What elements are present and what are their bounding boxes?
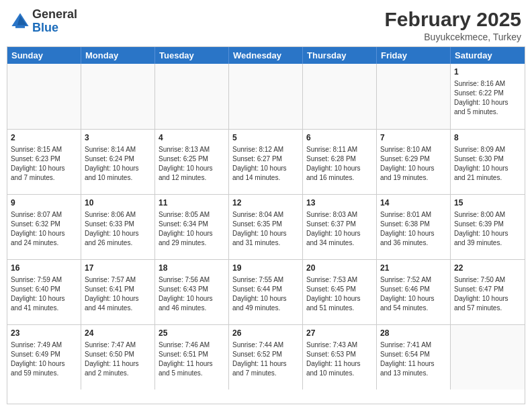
- cal-row-4: 16Sunrise: 7:59 AMSunset: 6:40 PMDayligh…: [7, 259, 525, 324]
- cal-cell-2-4: 5Sunrise: 8:12 AMSunset: 6:27 PMDaylight…: [229, 130, 303, 194]
- weekday-wednesday: Wednesday: [229, 47, 303, 64]
- cal-cell-4-6: 21Sunrise: 7:52 AMSunset: 6:46 PMDayligh…: [377, 260, 451, 324]
- day-info: Sunrise: 7:47 AMSunset: 6:50 PMDaylight:…: [85, 340, 151, 378]
- cal-cell-5-2: 24Sunrise: 7:47 AMSunset: 6:50 PMDayligh…: [81, 325, 155, 390]
- cal-cell-4-1: 16Sunrise: 7:59 AMSunset: 6:40 PMDayligh…: [7, 260, 81, 324]
- day-info: Sunrise: 7:55 AMSunset: 6:44 PMDaylight:…: [232, 275, 299, 313]
- day-info: Sunrise: 8:11 AMSunset: 6:28 PMDaylight:…: [306, 145, 373, 183]
- day-info: Sunrise: 7:57 AMSunset: 6:41 PMDaylight:…: [85, 275, 151, 313]
- cal-cell-5-4: 26Sunrise: 7:44 AMSunset: 6:52 PMDayligh…: [229, 325, 303, 390]
- cal-cell-3-4: 12Sunrise: 8:04 AMSunset: 6:35 PMDayligh…: [229, 195, 303, 259]
- day-number: 3: [85, 132, 151, 143]
- day-number: 5: [232, 132, 299, 143]
- logo-text: General Blue: [32, 8, 77, 35]
- weekday-sunday: Sunday: [7, 47, 81, 64]
- logo-blue: Blue: [32, 21, 58, 34]
- day-info: Sunrise: 8:06 AMSunset: 6:33 PMDaylight:…: [85, 210, 151, 248]
- weekday-friday: Friday: [377, 47, 451, 64]
- logo-icon: [11, 12, 30, 31]
- day-info: Sunrise: 7:49 AMSunset: 6:49 PMDaylight:…: [11, 340, 77, 378]
- cal-cell-4-2: 17Sunrise: 7:57 AMSunset: 6:41 PMDayligh…: [81, 260, 155, 324]
- cal-cell-2-7: 8Sunrise: 8:09 AMSunset: 6:30 PMDaylight…: [451, 130, 525, 194]
- day-number: 6: [306, 132, 373, 143]
- day-number: 24: [85, 328, 151, 338]
- weekday-saturday: Saturday: [451, 47, 525, 64]
- day-info: Sunrise: 7:43 AMSunset: 6:53 PMDaylight:…: [306, 340, 373, 378]
- day-number: 16: [11, 263, 77, 273]
- cal-cell-1-4: [229, 64, 303, 129]
- logo: General Blue: [11, 8, 77, 35]
- location: Buyukcekmece, Turkey: [385, 32, 521, 42]
- day-info: Sunrise: 7:44 AMSunset: 6:52 PMDaylight:…: [232, 340, 299, 378]
- cal-cell-5-6: 28Sunrise: 7:41 AMSunset: 6:54 PMDayligh…: [377, 325, 451, 390]
- day-number: 7: [380, 132, 447, 143]
- cal-cell-4-5: 20Sunrise: 7:53 AMSunset: 6:45 PMDayligh…: [303, 260, 377, 324]
- day-number: 11: [159, 197, 225, 208]
- day-info: Sunrise: 8:00 AMSunset: 6:39 PMDaylight:…: [454, 210, 521, 248]
- logo-general: General: [32, 7, 77, 21]
- cal-cell-2-2: 3Sunrise: 8:14 AMSunset: 6:24 PMDaylight…: [81, 130, 155, 194]
- day-info: Sunrise: 7:46 AMSunset: 6:51 PMDaylight:…: [159, 340, 225, 378]
- cal-cell-1-2: [81, 64, 155, 129]
- day-number: 4: [159, 132, 225, 143]
- cal-cell-4-4: 19Sunrise: 7:55 AMSunset: 6:44 PMDayligh…: [229, 260, 303, 324]
- cal-cell-5-5: 27Sunrise: 7:43 AMSunset: 6:53 PMDayligh…: [303, 325, 377, 390]
- cal-cell-2-1: 2Sunrise: 8:15 AMSunset: 6:23 PMDaylight…: [7, 130, 81, 194]
- day-number: 22: [454, 263, 521, 273]
- cal-cell-3-3: 11Sunrise: 8:05 AMSunset: 6:34 PMDayligh…: [155, 195, 229, 259]
- day-info: Sunrise: 7:53 AMSunset: 6:45 PMDaylight:…: [306, 275, 373, 313]
- day-info: Sunrise: 8:10 AMSunset: 6:29 PMDaylight:…: [380, 145, 447, 183]
- day-number: 15: [454, 197, 521, 208]
- cal-cell-1-6: [377, 64, 451, 129]
- day-info: Sunrise: 8:01 AMSunset: 6:38 PMDaylight:…: [380, 210, 447, 248]
- day-info: Sunrise: 8:16 AMSunset: 6:22 PMDaylight:…: [454, 79, 521, 117]
- calendar: SundayMondayTuesdayWednesdayThursdayFrid…: [7, 46, 525, 404]
- cal-cell-1-5: [303, 64, 377, 129]
- day-info: Sunrise: 7:50 AMSunset: 6:47 PMDaylight:…: [454, 275, 521, 313]
- day-number: 23: [11, 328, 77, 338]
- cal-cell-5-7: [451, 325, 525, 390]
- day-info: Sunrise: 8:09 AMSunset: 6:30 PMDaylight:…: [454, 145, 521, 183]
- cal-row-2: 2Sunrise: 8:15 AMSunset: 6:23 PMDaylight…: [7, 129, 525, 194]
- day-number: 10: [85, 197, 151, 208]
- cal-cell-4-7: 22Sunrise: 7:50 AMSunset: 6:47 PMDayligh…: [451, 260, 525, 324]
- day-info: Sunrise: 7:59 AMSunset: 6:40 PMDaylight:…: [11, 275, 77, 313]
- cal-cell-2-6: 7Sunrise: 8:10 AMSunset: 6:29 PMDaylight…: [377, 130, 451, 194]
- day-number: 27: [306, 328, 373, 338]
- day-number: 8: [454, 132, 521, 143]
- day-number: 26: [232, 328, 299, 338]
- cal-cell-1-3: [155, 64, 229, 129]
- day-number: 19: [232, 263, 299, 273]
- day-number: 18: [159, 263, 225, 273]
- cal-cell-2-5: 6Sunrise: 8:11 AMSunset: 6:28 PMDaylight…: [303, 130, 377, 194]
- day-info: Sunrise: 8:05 AMSunset: 6:34 PMDaylight:…: [159, 210, 225, 248]
- title-block: February 2025 Buyukcekmece, Turkey: [385, 8, 521, 42]
- day-number: 12: [232, 197, 299, 208]
- cal-cell-3-5: 13Sunrise: 8:03 AMSunset: 6:37 PMDayligh…: [303, 195, 377, 259]
- day-number: 1: [454, 66, 521, 77]
- cal-row-5: 23Sunrise: 7:49 AMSunset: 6:49 PMDayligh…: [7, 324, 525, 390]
- day-number: 20: [306, 263, 373, 273]
- cal-cell-1-1: [7, 64, 81, 129]
- cal-cell-3-1: 9Sunrise: 8:07 AMSunset: 6:32 PMDaylight…: [7, 195, 81, 259]
- day-info: Sunrise: 7:52 AMSunset: 6:46 PMDaylight:…: [380, 275, 447, 313]
- weekday-tuesday: Tuesday: [155, 47, 229, 64]
- day-info: Sunrise: 7:41 AMSunset: 6:54 PMDaylight:…: [380, 340, 447, 378]
- cal-row-3: 9Sunrise: 8:07 AMSunset: 6:32 PMDaylight…: [7, 194, 525, 259]
- page: General Blue February 2025 Buyukcekmece,…: [0, 0, 532, 411]
- day-number: 21: [380, 263, 447, 273]
- day-info: Sunrise: 8:03 AMSunset: 6:37 PMDaylight:…: [306, 210, 373, 248]
- cal-cell-3-2: 10Sunrise: 8:06 AMSunset: 6:33 PMDayligh…: [81, 195, 155, 259]
- day-info: Sunrise: 8:04 AMSunset: 6:35 PMDaylight:…: [232, 210, 299, 248]
- header: General Blue February 2025 Buyukcekmece,…: [0, 0, 532, 46]
- cal-row-1: 1Sunrise: 8:16 AMSunset: 6:22 PMDaylight…: [7, 64, 525, 129]
- month-year: February 2025: [385, 8, 521, 30]
- cal-cell-4-3: 18Sunrise: 7:56 AMSunset: 6:43 PMDayligh…: [155, 260, 229, 324]
- day-info: Sunrise: 8:12 AMSunset: 6:27 PMDaylight:…: [232, 145, 299, 183]
- cal-cell-3-7: 15Sunrise: 8:00 AMSunset: 6:39 PMDayligh…: [451, 195, 525, 259]
- day-info: Sunrise: 8:14 AMSunset: 6:24 PMDaylight:…: [85, 145, 151, 183]
- cal-cell-5-3: 25Sunrise: 7:46 AMSunset: 6:51 PMDayligh…: [155, 325, 229, 390]
- day-number: 28: [380, 328, 447, 338]
- day-info: Sunrise: 8:13 AMSunset: 6:25 PMDaylight:…: [159, 145, 225, 183]
- day-number: 25: [159, 328, 225, 338]
